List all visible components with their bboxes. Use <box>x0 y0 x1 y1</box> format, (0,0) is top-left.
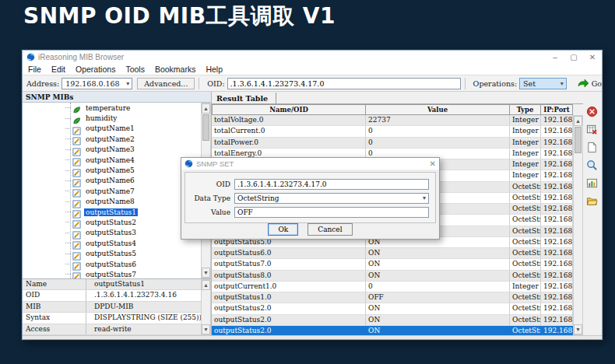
advanced-button[interactable]: Advanced... <box>137 78 195 89</box>
address-label: Address: <box>26 79 59 88</box>
table-row[interactable]: outputStatus2.0ONOctetString192.168.0... <box>212 326 573 335</box>
tree-item-outputStatus4[interactable]: outputStatus4 <box>23 238 211 248</box>
scrollbar-thumb[interactable] <box>202 114 209 141</box>
column-header-0[interactable]: Name/OID <box>212 104 366 115</box>
edit-icon <box>72 229 81 237</box>
scrollbar-thumb[interactable] <box>575 127 582 153</box>
cell-value: ON <box>366 315 510 326</box>
address-combobox[interactable]: 192.168.0.168 ▾ <box>62 78 132 89</box>
tree-item-outputStatus6[interactable]: outputStatus6 <box>23 259 211 269</box>
table-row[interactable]: outputStatus6.0ONOctetString192.168.0... <box>212 248 573 259</box>
table-row[interactable]: totalVoltage.022737Integer192.168.0... <box>212 115 573 126</box>
chart-icon[interactable] <box>586 177 599 190</box>
edit-icon <box>72 198 81 206</box>
dialog-titlebar[interactable]: SNMP SET ✕ <box>181 158 439 170</box>
cell-value: 0 <box>366 138 510 149</box>
detail-value: read-write <box>86 324 211 334</box>
tree-item-outputName2[interactable]: outputName2 <box>23 134 211 144</box>
cell-value: OFF <box>366 292 510 303</box>
chevron-down-icon[interactable]: ▾ <box>558 80 566 87</box>
menu-item-edit[interactable]: Edit <box>51 65 65 74</box>
snmp-set-dialog: SNMP SET ✕ OIDData TypeOctetString▾Value… <box>181 157 440 240</box>
cell-ip-port: 192.168.0... <box>541 226 573 237</box>
ok-button[interactable]: Ok <box>268 223 298 236</box>
cell-ip-port: 192.168.0... <box>541 237 573 248</box>
close-button[interactable]: ✕ <box>583 51 602 64</box>
tree-item-outputName3[interactable]: outputName3 <box>23 145 211 155</box>
cell-type: OctetString <box>510 204 541 215</box>
scroll-down-icon[interactable]: ▼ <box>574 324 582 334</box>
table-row[interactable]: totalPower.00Integer192.168.0... <box>212 138 573 149</box>
scroll-up-icon[interactable]: ▲ <box>574 116 582 126</box>
cell-type: OctetString <box>510 215 541 226</box>
edit-icon <box>72 208 81 216</box>
tree-item-outputStatus7[interactable]: outputStatus7 <box>23 269 211 278</box>
side-toolbar <box>584 92 600 335</box>
search-icon[interactable] <box>586 159 599 172</box>
operations-combobox[interactable]: Set ▾ <box>519 78 567 89</box>
detail-row-mib: MIBDPDU-MIB <box>23 302 211 313</box>
table-row[interactable]: totalCurrent.00Integer192.168.0... <box>212 126 573 137</box>
detail-value: .1.3.6.1.4.1.23273.4.16 <box>86 290 211 300</box>
dialog-title: SNMP SET <box>196 159 234 168</box>
column-header-2[interactable]: Type <box>510 104 541 115</box>
scroll-up-icon[interactable]: ▲ <box>202 103 210 114</box>
column-header-1[interactable]: Value <box>366 104 510 115</box>
cell-name: outputStatus2.0 <box>212 326 366 335</box>
maximize-button[interactable]: ▢ <box>564 51 583 64</box>
mib-panel-header: SNMP MIBs <box>23 92 211 103</box>
minimize-button[interactable]: – <box>546 51 564 64</box>
window-titlebar[interactable]: iReasoning MIB Browser – ▢ ✕ <box>23 51 602 64</box>
edit-icon <box>72 166 81 175</box>
tree-item-label: outputName3 <box>84 145 136 153</box>
value-field[interactable] <box>234 207 429 218</box>
details-scrollbar[interactable]: ▲ ▼ <box>201 279 211 335</box>
chevron-down-icon[interactable]: ▾ <box>124 80 132 87</box>
data-type-select[interactable]: OctetString▾ <box>234 193 429 204</box>
oid-input[interactable] <box>227 78 461 89</box>
dialog-field-row: OID <box>190 178 429 190</box>
oid-label: OID: <box>207 79 224 88</box>
scroll-up-icon[interactable]: ▲ <box>202 280 210 290</box>
scroll-down-icon[interactable]: ▼ <box>202 268 210 278</box>
menu-item-file[interactable]: File <box>28 65 41 74</box>
edit-icon <box>72 239 81 247</box>
menu-item-bookmarks[interactable]: Bookmarks <box>155 65 196 74</box>
table-row[interactable]: outputStatus2.0ONOctetString192.168.0... <box>212 303 573 314</box>
edit-icon <box>72 124 81 133</box>
tree-item-outputName1[interactable]: outputName1 <box>23 124 211 134</box>
menu-item-help[interactable]: Help <box>206 65 223 74</box>
tree-item-label: outputStatus6 <box>84 261 138 268</box>
table-row[interactable]: outputCurrent1.00Integer192.168.0... <box>212 282 573 292</box>
scroll-down-icon[interactable]: ▼ <box>202 324 210 334</box>
detail-label: Name <box>23 279 86 289</box>
stop-icon[interactable] <box>586 106 599 118</box>
table-row[interactable]: outputStatus1.0OFFOctetString192.168.0..… <box>212 292 573 303</box>
oid-field[interactable] <box>234 179 429 190</box>
dialog-close-icon[interactable]: ✕ <box>430 159 436 168</box>
folder-open-icon[interactable] <box>586 195 599 208</box>
tree-item-temperature[interactable]: temperature <box>23 103 211 113</box>
result-scrollbar[interactable]: ▲ ▼ <box>573 115 583 335</box>
menu-item-operations[interactable]: Operations <box>76 65 115 74</box>
detail-label: OID <box>23 290 86 300</box>
cell-name: outputStatus6.0 <box>212 248 366 259</box>
go-button[interactable]: Go <box>578 79 602 88</box>
tree-item-outputStatus5[interactable]: outputStatus5 <box>23 248 211 258</box>
cell-value: 0 <box>366 126 510 137</box>
document-icon[interactable] <box>586 142 599 154</box>
cancel-button[interactable]: Cancel <box>308 223 352 236</box>
cell-name: outputCurrent1.0 <box>212 282 366 292</box>
tree-item-humidity[interactable]: humidity <box>23 113 211 123</box>
cell-ip-port: 192.168.0... <box>541 271 573 282</box>
result-table-tab[interactable]: Result Table <box>212 93 276 103</box>
cell-name: outputStatus7.0 <box>212 259 366 270</box>
table-delete-icon[interactable] <box>586 124 599 136</box>
chevron-down-icon[interactable]: ▾ <box>423 194 428 201</box>
table-row[interactable]: outputStatus7.0ONOctetString192.168.0... <box>212 259 573 270</box>
cell-type: OctetString <box>510 326 541 335</box>
column-header-3[interactable]: IP:Port <box>541 104 573 115</box>
table-row[interactable]: outputStatus2.0ONOctetString192.168.0... <box>212 315 573 326</box>
menu-item-tools[interactable]: Tools <box>125 65 145 74</box>
table-row[interactable]: outputStatus8.0ONOctetString192.168.0... <box>212 271 573 282</box>
